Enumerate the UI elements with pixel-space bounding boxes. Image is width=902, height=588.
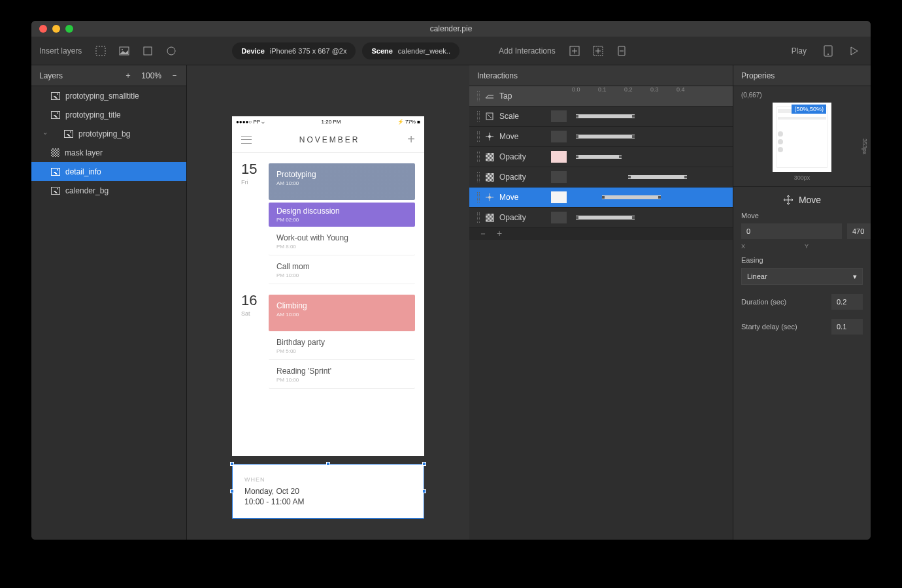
svg-point-4 (167, 47, 175, 55)
preview-width: 300px (741, 174, 863, 181)
interaction-label: Scale (499, 112, 519, 121)
opacity-icon (485, 152, 494, 161)
insert-circle-icon[interactable] (163, 42, 180, 59)
device-selector[interactable]: Device iPhone6 375 x 667 @2x (232, 42, 356, 59)
hamburger-icon (241, 136, 252, 144)
zoom-icon[interactable] (65, 25, 73, 33)
zoom-in-icon[interactable]: － (171, 70, 178, 81)
scene-selector[interactable]: Scene calender_week.. (362, 42, 459, 59)
window-title: calender.pie (430, 24, 473, 33)
interactions-title: Interactions (477, 71, 518, 80)
layer-name: prototyping_smalltitle (65, 91, 139, 101)
section-title: Move (741, 195, 863, 205)
img-icon (51, 168, 60, 176)
delay-label: Starty delay (sec) (741, 323, 797, 331)
svg-rect-0 (96, 46, 105, 56)
properties-preview: (0,667) (50%,50%) 353px 300px (733, 86, 871, 186)
timeline-bar[interactable] (576, 216, 635, 220)
interaction-row[interactable]: Scale (469, 106, 733, 127)
layer-item[interactable]: detail_info (31, 162, 186, 181)
device-value: iPhone6 375 x 667 @2x (270, 47, 347, 55)
img-icon (51, 92, 60, 100)
interaction-thumb (551, 110, 567, 122)
play-device-icon[interactable] (820, 42, 837, 59)
interaction-row[interactable]: Move (469, 127, 733, 147)
interaction-row[interactable]: Opacity (469, 208, 733, 228)
svg-point-11 (488, 135, 491, 138)
svg-rect-3 (144, 47, 152, 55)
layer-name: detail_info (65, 167, 101, 176)
interaction-row[interactable]: Tap (469, 86, 733, 106)
opacity-icon (485, 213, 494, 222)
layers-title: Layers (39, 71, 63, 80)
tap-icon (485, 91, 494, 101)
easing-select[interactable]: Linear ▾ (741, 268, 863, 285)
insert-image-icon[interactable] (116, 42, 133, 59)
layer-item[interactable]: prototyping_title (31, 105, 186, 124)
duration-input[interactable] (831, 294, 863, 310)
img-icon (51, 111, 60, 119)
move-y-input[interactable] (847, 223, 871, 239)
device-statusbar: ●●●●○ PP ⌵ 1:20 PM ⚡ 77% ■ (232, 116, 424, 127)
interaction-label: Opacity (499, 172, 526, 182)
insert-rect-icon[interactable] (139, 42, 156, 59)
status-time: 1:20 PM (322, 119, 341, 125)
detail-info-layer[interactable]: WHEN Monday, Oct 20 10:00 - 11:00 AM (232, 464, 424, 519)
add-interaction-sparkle-icon[interactable] (590, 42, 607, 59)
move-icon (485, 132, 494, 141)
minimize-icon[interactable] (52, 25, 60, 33)
interaction-row[interactable]: Opacity (469, 167, 733, 188)
interaction-label: Move (499, 193, 518, 202)
add-interaction-device-icon[interactable] (613, 42, 630, 59)
add-interaction-plus-icon[interactable] (566, 42, 583, 59)
properties-panel: Properies (0,667) (50%,50%) 353px 300px (733, 65, 871, 540)
titlebar: calender.pie (31, 21, 871, 37)
timeline-bar[interactable] (628, 175, 687, 179)
play-icon[interactable] (846, 42, 863, 59)
device-header: NOVEMBER + (232, 127, 424, 153)
plus-icon: + (407, 132, 415, 147)
interaction-row[interactable]: Move (469, 188, 733, 208)
preview-height: 353px (861, 139, 868, 155)
layer-item[interactable]: prototyping_smalltitle (31, 86, 186, 105)
layers-header: Layers ＋ 100% － (31, 65, 186, 86)
mask-icon (51, 148, 59, 157)
zoom-out-icon[interactable]: ＋ (124, 70, 132, 81)
layer-item[interactable]: ›prototyping_bg (31, 124, 186, 143)
svg-point-9 (827, 54, 829, 55)
layer-item[interactable]: calender_bg (31, 181, 186, 200)
interaction-row[interactable]: Opacity (469, 147, 733, 167)
delay-input[interactable] (831, 319, 863, 335)
layers-panel: Layers ＋ 100% － prototyping_smalltitlepr… (31, 65, 187, 540)
timeline-bar[interactable] (576, 155, 622, 159)
close-icon[interactable] (39, 25, 47, 33)
status-left: ●●●●○ PP ⌵ (236, 119, 265, 125)
move-x-input[interactable] (741, 223, 842, 239)
timeline-bar[interactable] (576, 135, 635, 139)
y-label: Y (805, 243, 863, 250)
interaction-label: Tap (499, 91, 512, 101)
window-controls (31, 25, 73, 33)
insert-rect-dashed-icon[interactable] (92, 42, 109, 59)
img-icon (51, 187, 60, 195)
status-right: ⚡ 77% ■ (397, 119, 420, 125)
play-label: Play (792, 46, 807, 56)
layer-item[interactable]: mask layer (31, 143, 186, 162)
interaction-thumb (551, 151, 567, 163)
move-label: Move (741, 212, 863, 220)
add-interaction-row[interactable]: － + (469, 228, 733, 240)
properties-title: Properies (741, 71, 775, 80)
timeline-bar[interactable] (602, 195, 661, 199)
zoom-value: 100% (141, 71, 161, 80)
device-label: Device (241, 47, 264, 55)
layer-name: prototyping_title (65, 110, 121, 120)
timeline-bar[interactable] (576, 114, 635, 118)
move-icon (783, 195, 793, 205)
interaction-thumb (551, 90, 567, 102)
opacity-icon (485, 172, 494, 182)
canvas[interactable]: ●●●●○ PP ⌵ 1:20 PM ⚡ 77% ■ NOVEMBER + 15… (187, 65, 469, 540)
detail-when-label: WHEN (244, 476, 412, 483)
scene-value: calender_week.. (398, 47, 450, 55)
x-label: X (741, 243, 799, 250)
add-interactions-label: Add Interactions (499, 46, 556, 56)
